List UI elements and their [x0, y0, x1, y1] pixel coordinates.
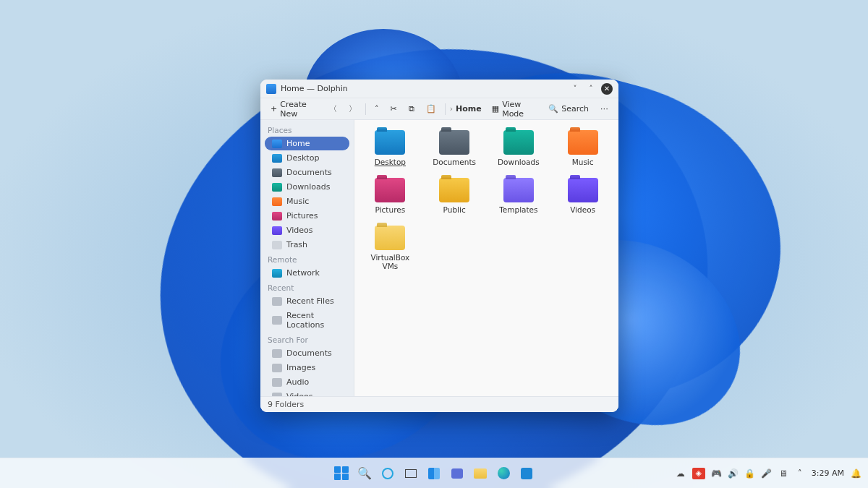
cut-button[interactable]: ✂ — [386, 102, 401, 116]
folder-icon — [568, 130, 598, 155]
folder-label: Music — [572, 158, 594, 166]
folder-label: Templates — [499, 205, 537, 214]
chat-button[interactable] — [448, 464, 467, 483]
sidebar-item-videos[interactable]: Videos — [265, 390, 349, 396]
search-icon: 🔍 — [357, 466, 372, 480]
display-icon[interactable]: 🖥 — [778, 468, 788, 479]
folder-icon — [439, 130, 469, 155]
dolphin-window: Home — Dolphin ˅ ˄ ✕ + Create New 〈 〉 ˄ … — [260, 80, 618, 412]
sidebar-item-desktop[interactable]: Desktop — [265, 151, 349, 165]
separator — [445, 103, 446, 115]
sidebar-item-music[interactable]: Music — [265, 194, 349, 208]
explorer-button[interactable] — [471, 464, 490, 483]
cloud-icon[interactable]: ☁ — [676, 468, 686, 479]
file-view: DesktopDocumentsDownloadsMusicPicturesPu… — [354, 120, 618, 396]
status-text: 9 Folders — [268, 400, 304, 409]
forward-button[interactable]: 〉 — [344, 101, 361, 116]
sidebar-item-recent-files[interactable]: Recent Files — [265, 294, 349, 308]
lock-icon[interactable]: 🔒 — [745, 468, 755, 479]
breadcrumb[interactable]: Home — [456, 104, 482, 114]
folder-icon — [272, 393, 282, 397]
titlebar[interactable]: Home — Dolphin ˅ ˄ ✕ — [260, 80, 618, 98]
search-taskbar-button[interactable]: 🔍 — [355, 464, 374, 483]
folder-videos[interactable]: Videos — [553, 175, 613, 217]
sidebar-item-pictures[interactable]: Pictures — [265, 209, 349, 223]
folder-icon — [272, 212, 282, 221]
sidebar-item-label: Audio — [286, 377, 309, 387]
gamepad-icon[interactable]: 🎮 — [712, 468, 722, 479]
tray-chevron-up-icon[interactable]: ˄ — [795, 468, 805, 479]
folder-label: Pictures — [375, 205, 406, 214]
sidebar-item-documents[interactable]: Documents — [265, 166, 349, 179]
folder-music[interactable]: Music — [553, 127, 613, 169]
app-icon — [266, 84, 276, 94]
cortana-button[interactable] — [378, 464, 397, 483]
grid-icon: ▦ — [492, 104, 499, 114]
folder-icon — [272, 349, 282, 358]
sidebar-group-label: Places — [260, 123, 354, 136]
clock[interactable]: 3:29 AM — [812, 468, 844, 478]
sidebar-item-documents[interactable]: Documents — [265, 346, 349, 360]
sidebar-item-trash[interactable]: Trash — [265, 238, 349, 252]
sidebar-item-label: Documents — [286, 168, 332, 177]
edge-button[interactable] — [494, 464, 513, 483]
sidebar-item-recent-locations[interactable]: Recent Locations — [265, 309, 349, 332]
folder-label: VirtualBox VMs — [363, 253, 417, 270]
taskbar: 🔍 ☁ ◈ 🎮 🔊 🔒 🎤 🖥 ˄ 3:29 AM 🔔 — [0, 458, 868, 488]
menu-button[interactable]: ⋯ — [596, 102, 613, 116]
folder-icon — [272, 297, 282, 306]
folder-icon — [272, 378, 282, 387]
edge-icon — [498, 467, 510, 479]
folder-icon — [375, 178, 405, 202]
folder-icon — [503, 178, 534, 202]
sidebar-item-label: Downloads — [286, 182, 330, 192]
start-button[interactable] — [332, 464, 351, 483]
sidebar-item-label: Desktop — [286, 153, 319, 163]
close-button[interactable]: ✕ — [601, 83, 613, 95]
minimize-button[interactable]: ˅ — [569, 83, 581, 95]
create-new-button[interactable]: + Create New — [266, 98, 322, 121]
sidebar-item-images[interactable]: Images — [265, 361, 349, 374]
sidebar-item-home[interactable]: Home — [265, 137, 349, 150]
volume-icon[interactable]: 🔊 — [728, 468, 739, 479]
sidebar-item-label: Network — [286, 268, 320, 278]
taskview-button[interactable] — [401, 464, 420, 483]
folder-icon — [474, 468, 487, 479]
sidebar-item-label: Images — [286, 363, 315, 372]
folder-templates[interactable]: Templates — [489, 175, 549, 217]
folder-desktop[interactable]: Desktop — [360, 127, 420, 169]
sidebar-item-downloads[interactable]: Downloads — [265, 180, 349, 194]
search-label: Search — [561, 104, 589, 114]
folder-documents[interactable]: Documents — [425, 127, 485, 169]
search-button[interactable]: 🔍 Search — [544, 102, 593, 116]
folder-pictures[interactable]: Pictures — [360, 175, 420, 217]
sidebar-item-audio[interactable]: Audio — [265, 375, 349, 389]
folder-downloads[interactable]: Downloads — [489, 127, 549, 169]
notifications-icon[interactable]: 🔔 — [851, 468, 861, 479]
folder-public[interactable]: Public — [425, 175, 485, 217]
folder-icon — [568, 178, 598, 202]
up-button[interactable]: ˄ — [370, 102, 383, 116]
sidebar-group-label: Remote — [260, 252, 354, 265]
sidebar-item-videos[interactable]: Videos — [265, 223, 349, 237]
back-button[interactable]: 〈 — [325, 101, 341, 116]
store-icon — [521, 468, 532, 479]
chevron-right-icon: › — [450, 104, 453, 114]
paste-button[interactable]: 📋 — [422, 102, 441, 116]
view-mode-button[interactable]: ▦ View Mode — [488, 98, 541, 121]
circle-icon — [382, 468, 393, 479]
sidebar-group-label: Recent — [260, 281, 354, 294]
folder-icon — [375, 226, 405, 250]
sidebar-item-label: Documents — [286, 348, 332, 358]
anydesk-tray-icon[interactable]: ◈ — [692, 468, 705, 479]
widgets-button[interactable] — [425, 464, 443, 483]
view-mode-label: View Mode — [502, 100, 537, 119]
folder-icon — [272, 154, 282, 163]
folder-icon — [272, 197, 282, 206]
folder-virtualbox-vms[interactable]: VirtualBox VMs — [360, 223, 420, 273]
maximize-button[interactable]: ˄ — [585, 83, 597, 95]
store-button[interactable] — [517, 464, 536, 483]
microphone-icon[interactable]: 🎤 — [762, 468, 772, 479]
sidebar-item-network[interactable]: Network — [265, 266, 349, 280]
copy-button[interactable]: ⧉ — [404, 102, 419, 116]
